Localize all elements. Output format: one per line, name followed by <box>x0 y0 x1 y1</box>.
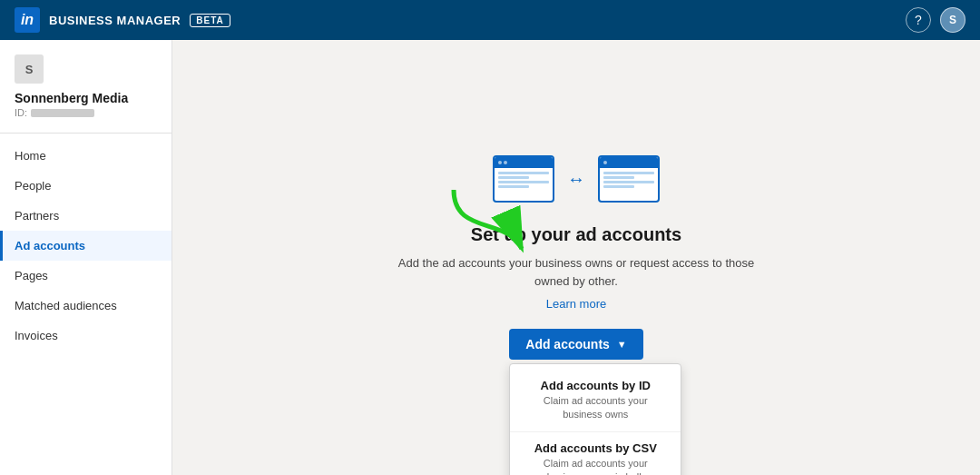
transfer-arrow-icon: ↔ <box>567 169 585 190</box>
top-navigation: in BUSINESS MANAGER BETA ? S <box>0 0 980 40</box>
company-id: ID: <box>15 107 157 118</box>
browser-box-right <box>598 155 660 203</box>
sidebar-nav: Home People Partners Ad accounts Pages M… <box>0 141 172 351</box>
sidebar-item-matched-audiences[interactable]: Matched audiences <box>0 291 172 321</box>
sidebar-item-invoices[interactable]: Invoices <box>0 321 172 351</box>
sidebar-user-info: S Sonnenberg Media ID: <box>0 54 172 134</box>
dropdown-item-by-id-desc: Claim ad accounts your business owns <box>524 394 666 422</box>
add-accounts-wrapper: Add accounts ▼ Add accounts by ID Claim … <box>509 329 642 360</box>
add-accounts-button[interactable]: Add accounts ▼ <box>509 329 642 360</box>
green-arrow-indicator <box>436 181 544 275</box>
sidebar-item-partners[interactable]: Partners <box>0 201 172 231</box>
sidebar-item-people[interactable]: People <box>0 171 172 201</box>
user-avatar[interactable]: S <box>940 7 965 33</box>
main-content: ↔ Set up your ad accounts Add the ad acc… <box>172 40 980 475</box>
main-layout: S Sonnenberg Media ID: Home People Partn… <box>0 40 980 475</box>
dropdown-item-by-id[interactable]: Add accounts by ID Claim ad accounts you… <box>510 370 681 432</box>
linkedin-logo: in <box>15 7 40 33</box>
dropdown-item-by-csv-desc: Claim ad accounts your business owns in … <box>524 457 666 475</box>
chevron-down-icon: ▼ <box>617 339 627 350</box>
beta-badge: BETA <box>190 14 230 27</box>
add-accounts-dropdown: Add accounts by ID Claim ad accounts you… <box>509 363 681 475</box>
sidebar: S Sonnenberg Media ID: Home People Partn… <box>0 40 172 475</box>
sidebar-item-ad-accounts[interactable]: Ad accounts <box>0 231 172 261</box>
dropdown-item-by-csv-title: Add accounts by CSV <box>524 441 666 455</box>
biz-manager-label: BUSINESS MANAGER <box>49 14 181 27</box>
sidebar-avatar: S <box>15 54 44 84</box>
company-name: Sonnenberg Media <box>15 91 157 105</box>
dropdown-item-by-id-title: Add accounts by ID <box>524 379 666 392</box>
dropdown-item-by-csv[interactable]: Add accounts by CSV Claim ad accounts yo… <box>510 432 681 475</box>
sidebar-item-pages[interactable]: Pages <box>0 261 172 291</box>
topnav-left: in BUSINESS MANAGER BETA <box>15 7 230 33</box>
sidebar-item-home[interactable]: Home <box>0 141 172 171</box>
company-id-value <box>31 109 94 117</box>
learn-more-link[interactable]: Learn more <box>546 297 606 311</box>
topnav-right: ? S <box>906 7 965 33</box>
help-button[interactable]: ? <box>906 7 931 33</box>
